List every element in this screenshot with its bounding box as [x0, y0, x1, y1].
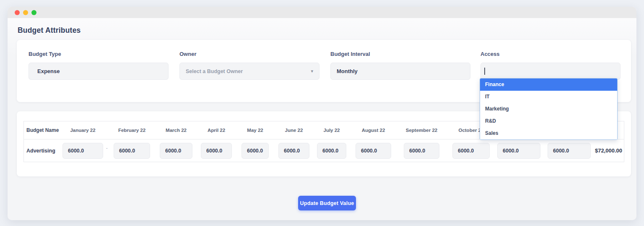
app-window: Budget Attributes Budget Type Expense Ow… — [8, 7, 636, 220]
row-total: $72,000.00 — [595, 139, 622, 163]
access-label: Access — [480, 51, 621, 57]
owner-field-group: Owner Select a Budget Owner ▾ — [179, 51, 319, 80]
budget-row-name: Advertising — [26, 139, 55, 163]
budget-interval-value: Monthly — [337, 68, 358, 74]
september-value-input[interactable] — [404, 143, 439, 159]
owner-label: Owner — [179, 51, 319, 57]
february-value-input[interactable] — [114, 143, 150, 159]
owner-select[interactable]: Select a Budget Owner ▾ — [179, 63, 319, 80]
column-header-september: September 22 — [404, 121, 439, 139]
column-header-january: January 22 — [62, 121, 103, 139]
column-header-june: June 22 — [278, 121, 309, 139]
november-value-input[interactable] — [497, 143, 540, 159]
budget-interval-label: Budget Interval — [330, 51, 470, 57]
budget-type-label: Budget Type — [29, 51, 169, 57]
column-header-february: February 22 — [114, 121, 150, 139]
owner-placeholder: Select a Budget Owner — [186, 68, 243, 74]
dropdown-option-rnd[interactable]: R&D — [480, 115, 617, 127]
access-field-group: Access — [480, 51, 621, 80]
june-value-input[interactable] — [278, 143, 309, 159]
minimize-window-button[interactable] — [23, 10, 28, 15]
dropdown-option-sales[interactable]: Sales — [480, 127, 617, 139]
march-value-input[interactable] — [160, 143, 192, 159]
page-title: Budget Attributes — [18, 26, 81, 35]
dropdown-option-it[interactable]: IT — [480, 91, 617, 103]
budget-interval-input[interactable]: Monthly — [330, 63, 470, 80]
column-header-april: April 22 — [201, 121, 232, 139]
access-input[interactable] — [480, 63, 621, 80]
budget-type-value: Expense — [37, 68, 60, 74]
july-value-input[interactable] — [317, 143, 346, 159]
column-header-may: May 22 — [242, 121, 269, 139]
august-value-input[interactable] — [356, 143, 391, 159]
maximize-window-button[interactable] — [31, 10, 36, 15]
close-window-button[interactable] — [15, 10, 20, 15]
window-titlebar — [8, 7, 636, 18]
budget-type-input[interactable]: Expense — [29, 63, 169, 80]
text-cursor — [484, 68, 485, 75]
budget-type-field-group: Budget Type Expense — [29, 51, 169, 80]
april-value-input[interactable] — [201, 143, 232, 159]
update-budget-value-button[interactable]: Update Budget Value — [298, 196, 356, 210]
dropdown-option-finance[interactable]: Finance — [480, 79, 617, 91]
chevron-down-icon: ▾ — [311, 68, 313, 74]
chevron-down-icon: ˇ — [106, 147, 108, 152]
column-header-march: March 22 — [160, 121, 192, 139]
october-value-input[interactable] — [452, 143, 490, 159]
column-header-july: July 22 — [317, 121, 346, 139]
budget-interval-field-group: Budget Interval Monthly — [330, 51, 470, 80]
december-value-input[interactable] — [548, 143, 591, 159]
access-dropdown-menu: Finance IT Marketing R&D Sales — [480, 78, 618, 140]
may-value-input[interactable] — [242, 143, 269, 159]
dropdown-option-marketing[interactable]: Marketing — [480, 103, 617, 115]
column-header-august: August 22 — [356, 121, 391, 139]
january-value-input[interactable] — [62, 143, 103, 159]
